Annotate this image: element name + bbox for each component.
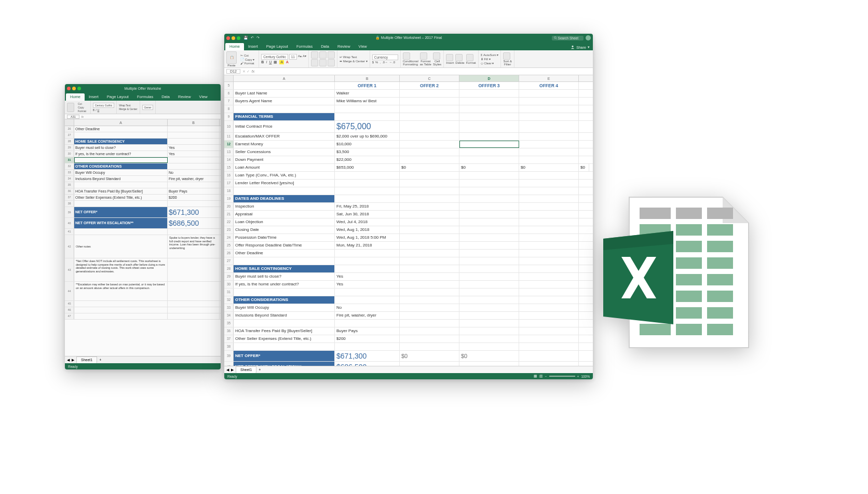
fx-icon[interactable]: fx <box>252 70 254 73</box>
minimize-icon[interactable] <box>72 87 76 90</box>
section-header[interactable]: HOME SALE CONTINGENCY <box>74 139 168 144</box>
tab-page-layout[interactable]: Page Layout <box>103 93 133 101</box>
decrease-decimal-icon[interactable]: ←.0 <box>389 61 395 64</box>
conditional-formatting-icon[interactable] <box>403 52 410 60</box>
increase-font-icon[interactable]: A▴ <box>298 54 302 60</box>
tab-data[interactable]: Data <box>317 43 333 50</box>
user-icon[interactable] <box>586 35 591 40</box>
sheet-nav-last-icon[interactable]: ▶ <box>231 368 234 372</box>
search-input[interactable]: Search Sheet <box>552 36 584 40</box>
select-all-corner[interactable] <box>224 75 234 81</box>
active-cell[interactable] <box>459 141 519 148</box>
align-left-icon[interactable] <box>311 59 318 66</box>
tab-insert[interactable]: Insert <box>244 43 262 50</box>
tab-home[interactable]: Home <box>66 93 85 101</box>
tab-formulas[interactable]: Formulas <box>292 43 317 50</box>
increase-decimal-icon[interactable]: .0→ <box>382 61 388 64</box>
insert-cells-icon[interactable] <box>446 54 453 61</box>
view-layout-icon[interactable]: ▥ <box>539 374 543 378</box>
cell-styles-icon[interactable] <box>433 52 440 60</box>
align-right-icon[interactable] <box>328 59 335 66</box>
col-a[interactable]: A <box>74 119 168 126</box>
col-b[interactable]: B <box>335 75 400 81</box>
paste-icon[interactable]: 📋 <box>226 51 237 64</box>
close-icon[interactable] <box>67 87 71 90</box>
col-c[interactable]: C <box>400 75 459 81</box>
zoom-control[interactable]: ▦ ▥ −+ 100% <box>534 374 590 378</box>
format-painter-button[interactable]: 🖌 Format <box>240 62 254 65</box>
redo-icon[interactable]: ↷ <box>256 36 260 40</box>
share-button[interactable]: Share ▾ <box>567 44 593 50</box>
font-color-icon[interactable]: A <box>286 60 289 64</box>
align-top-icon[interactable] <box>311 51 318 59</box>
sheet-tab[interactable]: Sheet1 <box>76 356 97 363</box>
tab-home[interactable]: Home <box>225 43 244 50</box>
active-cell[interactable] <box>74 157 168 163</box>
sheet-nav-first-icon[interactable]: ◀ <box>226 368 229 372</box>
minimize-icon[interactable] <box>232 36 235 40</box>
cell[interactable]: Other Deadline <box>74 126 168 132</box>
col-e[interactable]: E <box>519 75 579 81</box>
decrease-font-icon[interactable]: A▾ <box>303 54 306 60</box>
wrap-text-button[interactable]: ↩ Wrap Text <box>340 55 357 59</box>
format-painter-label[interactable]: Format <box>78 109 86 113</box>
align-bottom-icon[interactable] <box>328 51 335 59</box>
add-sheet-icon[interactable]: + <box>99 358 101 362</box>
cell-reference[interactable]: A31 <box>67 115 79 119</box>
maximize-icon[interactable] <box>77 87 81 90</box>
sort-filter-icon[interactable] <box>503 52 510 60</box>
tab-review[interactable]: Review <box>174 93 195 101</box>
sheet-nav-icon[interactable]: ▶ <box>72 358 74 362</box>
spreadsheet-grid[interactable]: 26Other Deadline 27 28HOME SALE CONTINGE… <box>65 126 221 356</box>
tab-review[interactable]: Review <box>333 43 355 50</box>
merge-center-button[interactable]: ⬌ Merge & Center ▾ <box>340 59 368 63</box>
save-icon[interactable]: 💾 <box>243 36 248 40</box>
underline-button[interactable]: U <box>269 60 272 64</box>
currency-icon[interactable]: $ <box>372 61 374 64</box>
sheet-tab[interactable]: Sheet1 <box>236 366 256 373</box>
tab-view[interactable]: View <box>195 93 212 101</box>
font-name-select[interactable]: Century Gothic <box>261 54 288 60</box>
cut-button[interactable]: ✂ Cut <box>240 53 249 57</box>
number-format-select[interactable]: Currency <box>372 54 398 60</box>
undo-icon[interactable]: ↶ <box>251 36 254 40</box>
sheet-nav-icon[interactable]: ◀ <box>67 358 70 362</box>
paste-icon[interactable] <box>67 103 74 112</box>
copy-button[interactable]: 📄 Copy ▾ <box>240 58 254 61</box>
autosum-button[interactable]: Σ AutoSum ▾ <box>481 53 499 57</box>
font-size-select[interactable]: 11 <box>289 54 297 60</box>
wrap-text[interactable]: Wrap Text <box>119 104 130 107</box>
align-center-icon[interactable] <box>319 59 327 66</box>
col-b[interactable]: B <box>168 119 220 126</box>
number-format[interactable]: Gener <box>142 105 154 110</box>
clear-button[interactable]: ◇ Clear ▾ <box>481 61 494 65</box>
cell-reference[interactable]: D12 <box>226 69 240 74</box>
comma-icon[interactable]: , <box>379 61 381 64</box>
cut-label[interactable]: Cut <box>78 102 82 105</box>
bold-button[interactable]: B <box>261 60 264 64</box>
tab-page-layout[interactable]: Page Layout <box>262 43 292 50</box>
view-normal-icon[interactable]: ▦ <box>534 374 537 378</box>
format-cells-icon[interactable] <box>466 54 473 61</box>
tab-formulas[interactable]: Formulas <box>133 93 157 101</box>
maximize-icon[interactable] <box>237 36 240 40</box>
delete-cells-icon[interactable] <box>455 54 463 61</box>
add-sheet-icon[interactable]: + <box>259 368 261 372</box>
close-icon[interactable] <box>226 36 230 40</box>
spreadsheet-grid[interactable]: 5OFFER 1OFFER 2OFFFER 3OFFER 4 6Buyer La… <box>224 82 593 366</box>
fill-color-icon[interactable]: A <box>279 60 284 64</box>
fx-icon[interactable]: fx <box>82 115 84 118</box>
select-all-corner[interactable] <box>65 119 74 126</box>
italic-button[interactable]: I <box>266 60 267 64</box>
tab-data[interactable]: Data <box>157 93 174 101</box>
fill-button[interactable]: ⬇ Fill ▾ <box>481 57 491 61</box>
percent-icon[interactable]: % <box>375 61 378 64</box>
merge-center[interactable]: Merge & Center <box>119 107 137 111</box>
format-as-table-icon[interactable] <box>420 52 427 60</box>
col-d-active[interactable]: D <box>459 75 519 81</box>
align-middle-icon[interactable] <box>319 51 327 59</box>
col-a[interactable]: A <box>234 75 335 81</box>
tab-view[interactable]: View <box>355 43 371 50</box>
tab-insert[interactable]: Insert <box>85 93 103 101</box>
border-icon[interactable]: ▦ <box>274 60 277 64</box>
